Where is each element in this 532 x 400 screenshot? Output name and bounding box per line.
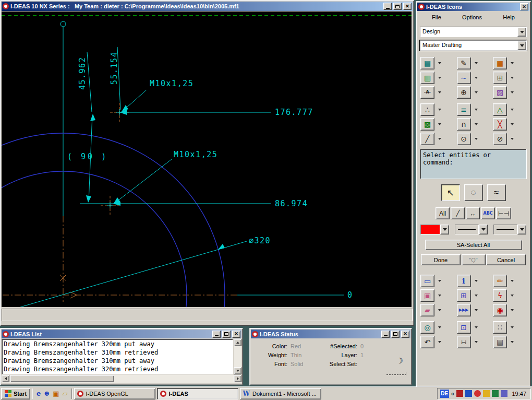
maximize-button[interactable] — [393, 3, 402, 10]
minimize-button[interactable] — [381, 331, 390, 338]
dropdown-arrow-icon[interactable] — [475, 280, 478, 284]
spline-icon[interactable]: ∼ — [457, 72, 471, 84]
minimize-button[interactable] — [212, 331, 221, 338]
dropdown-arrow-icon[interactable] — [475, 295, 478, 298]
scrollbar-thumb[interactable] — [10, 375, 114, 382]
close-button[interactable]: ✕ — [520, 3, 528, 10]
donut-icon[interactable]: ◉ — [493, 304, 507, 316]
dropdown-arrow-icon[interactable] — [438, 109, 441, 112]
language-indicator[interactable]: DE — [440, 390, 449, 398]
dim-label-86974[interactable]: 86.974 — [275, 199, 308, 208]
dropdown-arrow-icon[interactable] — [475, 326, 478, 330]
dropdown-arrow-icon[interactable] — [438, 62, 441, 66]
section-cut-icon[interactable]: ╳ — [493, 118, 507, 131]
tray-icon-6[interactable] — [501, 390, 507, 397]
dropdown-arrow-icon[interactable] — [511, 109, 514, 112]
command-prompt-area[interactable]: Select entities or command: — [420, 149, 527, 179]
center-mark-icon[interactable]: ⊕ — [457, 86, 471, 99]
fit-tool-button[interactable]: ⊢⊣ — [496, 207, 511, 219]
dropdown-arrow-icon[interactable] — [475, 109, 478, 112]
copy-layout-icon[interactable]: ▣ — [420, 289, 434, 302]
modify-icon[interactable]: ✎ — [457, 57, 471, 69]
select-all-button[interactable]: All — [436, 207, 450, 219]
application-dropdown[interactable]: Master Drafting — [420, 40, 527, 51]
scroll-down-button[interactable] — [234, 367, 241, 374]
tray-icon-2[interactable] — [465, 390, 472, 397]
dropdown-arrow-icon[interactable] — [438, 295, 441, 298]
cancel-button[interactable]: Cancel — [486, 254, 526, 265]
points-icon[interactable]: ∴ — [420, 103, 434, 116]
internet-explorer-icon[interactable]: e — [37, 390, 41, 397]
dropdown-arrow-icon[interactable] — [511, 77, 514, 80]
tray-icon-1[interactable] — [456, 390, 463, 397]
dim-label-45962[interactable]: 45.962 — [78, 57, 87, 90]
horizontal-scrollbar[interactable] — [2, 375, 241, 383]
dim-label-176777[interactable]: 176.777 — [275, 108, 313, 117]
dropdown-arrow-icon[interactable] — [438, 326, 441, 330]
zoom-glass-icon[interactable]: ◎ — [420, 321, 434, 334]
filter-tool-button[interactable]: ≈ — [487, 184, 506, 201]
pattern-dots-icon[interactable]: ∷ — [493, 321, 507, 334]
dropdown-arrow-icon[interactable] — [438, 77, 441, 80]
sa-select-all-button[interactable]: SA-Select All — [425, 240, 522, 250]
dropdown-arrow-icon[interactable] — [511, 138, 514, 142]
shaded-box-icon[interactable]: ▩ — [420, 118, 434, 131]
arc-icon[interactable]: ∩ — [457, 118, 471, 131]
dimension-tool-button[interactable]: ↔ — [466, 207, 480, 219]
eraser-icon[interactable]: ▰ — [420, 304, 434, 316]
color-dropdown-arrow[interactable] — [440, 225, 449, 234]
dropdown-arrow-icon[interactable] — [438, 91, 441, 95]
screen-monitor-icon[interactable]: ⊡ — [457, 321, 471, 334]
dropdown-arrow-icon[interactable] — [438, 138, 441, 142]
line-style-dropdown[interactable] — [493, 225, 526, 234]
drawing-canvas[interactable]: 45.962 55.154 176.777 M10x1,25 ( 90 ) M1… — [2, 11, 412, 307]
dropdown-arrow-icon[interactable] — [475, 123, 478, 127]
printer-icon[interactable]: ▤ — [493, 336, 507, 348]
dropdown-arrow-icon[interactable] — [438, 123, 441, 127]
maximize-button[interactable] — [222, 331, 231, 338]
maximize-button[interactable] — [391, 331, 400, 338]
dropdown-arrow-icon[interactable] — [475, 62, 478, 66]
line-tool-button[interactable]: ╱ — [451, 207, 465, 219]
scroll-right-button[interactable] — [234, 375, 241, 382]
connect-icon[interactable]: ⊕ — [44, 390, 50, 397]
dim-label-0[interactable]: 0 — [347, 290, 353, 300]
dimension-table-icon[interactable]: ⊞ — [493, 72, 507, 84]
dropdown-arrow-icon[interactable] — [475, 138, 478, 142]
dropdown-arrow-icon[interactable] — [475, 309, 478, 313]
dropdown-arrow-icon[interactable] — [511, 295, 514, 298]
application-dropdown-arrow[interactable] — [517, 41, 526, 50]
diameter-label-320[interactable]: ⌀320 — [249, 236, 271, 245]
tray-icon-4[interactable] — [483, 390, 490, 397]
redisplay-icon[interactable]: ▶▶▶ — [457, 304, 471, 316]
task-dropdown[interactable]: Design — [420, 27, 527, 37]
menu-help[interactable]: Help — [500, 13, 518, 21]
tray-icon-5[interactable] — [492, 390, 499, 397]
lasso-tool-button[interactable]: ◌ — [464, 184, 483, 201]
dropdown-arrow-icon[interactable] — [511, 62, 514, 66]
thread-callout-2[interactable]: M10x1,25 — [174, 150, 217, 159]
viewport-window-icon[interactable]: ▭ — [420, 275, 434, 287]
dropdown-arrow-icon[interactable] — [438, 309, 441, 313]
drawing-layout-icon[interactable]: ▤ — [420, 57, 434, 69]
paintbrush-icon[interactable]: ✏ — [493, 275, 507, 287]
scroll-left-button[interactable] — [2, 375, 9, 382]
dropdown-arrow-icon[interactable] — [475, 77, 478, 80]
dropdown-arrow-icon[interactable] — [511, 341, 514, 345]
task-dropdown-arrow[interactable] — [517, 27, 526, 37]
task-button-ideas-opengl[interactable]: I-DEAS OpenGL — [74, 388, 155, 399]
close-button[interactable]: ✕ — [403, 3, 412, 10]
dot-matrix-icon[interactable]: ∺ — [457, 336, 471, 348]
task-button-word-document[interactable]: W Dokument1 - Microsoft ... — [240, 388, 321, 399]
main-window-titlebar[interactable]: I-DEAS 10 NX Series : My Team : dieter :… — [2, 2, 413, 11]
dropdown-arrow-icon[interactable] — [511, 326, 514, 330]
line-weight-arrow[interactable] — [479, 225, 488, 234]
color-swatch-dropdown[interactable] — [420, 225, 449, 234]
dropdown-arrow-icon[interactable] — [438, 280, 441, 284]
dim-label-55154[interactable]: 55.154 — [110, 52, 119, 85]
filament-icon[interactable]: ϟ — [493, 289, 507, 302]
pick-tool-button[interactable]: ↖ — [441, 184, 460, 201]
interrupt-button[interactable]: "Q" — [462, 254, 486, 265]
datum-label-icon[interactable]: -A- — [420, 86, 434, 99]
tray-chevron-icon[interactable]: « — [451, 390, 455, 397]
